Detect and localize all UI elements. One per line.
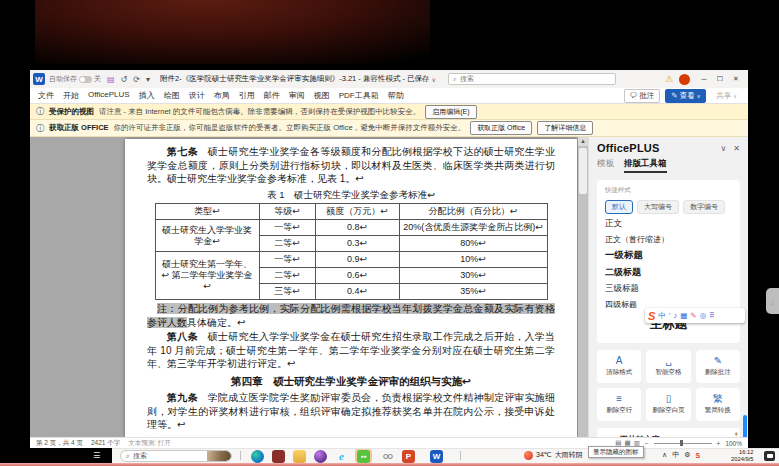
tab-home[interactable]: 开始: [63, 90, 79, 101]
pill-digit-numbering[interactable]: 数字编号: [683, 200, 725, 214]
tool-delete-blank-page[interactable]: ▯ 删除空白页: [646, 388, 690, 421]
delete-blank-page-icon: ▯: [666, 394, 672, 404]
learn-more-button[interactable]: 了解详细信息: [537, 121, 593, 135]
title-caret-icon[interactable]: ∨: [432, 76, 436, 83]
input-language-icon[interactable]: 中: [672, 450, 679, 460]
zoom-in-button[interactable]: +: [717, 440, 721, 447]
autosave-switch[interactable]: [79, 76, 92, 83]
ie-letter: e: [339, 450, 344, 462]
get-genuine-button[interactable]: 获取正版 Office: [470, 121, 532, 135]
pill-upper-numbering[interactable]: 大写编号: [637, 200, 679, 214]
undo-icon[interactable]: ↺: [121, 75, 128, 84]
style-body[interactable]: 正文: [605, 218, 732, 230]
file-explorer-icon[interactable]: [293, 450, 306, 463]
save-icon[interactable]: ▤: [107, 75, 115, 84]
wechat-icon[interactable]: ●●: [357, 450, 370, 463]
skin-brush-icon[interactable]: ✎: [690, 311, 696, 320]
share-button[interactable]: 共享 ∨: [711, 90, 742, 102]
tab-design[interactable]: 设计: [189, 90, 205, 101]
pane-tab-toolbox[interactable]: 排版工具箱: [624, 158, 667, 173]
autosave-toggle[interactable]: 自动保存 关: [49, 74, 101, 84]
qat-more-icon[interactable]: ▾: [146, 75, 150, 84]
settings-tray-icon[interactable]: ⚙: [684, 451, 690, 459]
minimize-button[interactable]: ─: [696, 72, 712, 86]
enable-editing-button[interactable]: 启用编辑(E): [425, 105, 476, 119]
gray-app-icon[interactable]: OO: [381, 450, 394, 463]
search-icon: ⌕: [453, 75, 457, 83]
style-heading3[interactable]: 三级标题: [605, 283, 732, 295]
powerpoint-icon[interactable]: P: [402, 450, 415, 463]
purple-app-icon[interactable]: [314, 450, 327, 463]
punctuation-icon[interactable]: ’: [669, 311, 671, 320]
word-count[interactable]: 2421 个字: [91, 439, 120, 448]
tab-view[interactable]: 视图: [314, 90, 330, 101]
notification-center-icon[interactable]: [764, 451, 775, 461]
comments-button[interactable]: 🗩 批注: [624, 89, 661, 103]
style-heading2[interactable]: 二级标题: [605, 266, 732, 279]
scrollbar-thumb[interactable]: [579, 148, 587, 194]
taskbar-clock[interactable]: 16:12 2024/9/5: [731, 449, 754, 462]
redo-icon[interactable]: ⟳: [133, 75, 140, 84]
tab-review[interactable]: 审阅: [289, 90, 305, 101]
pane-collapse-icon[interactable]: ∨: [720, 144, 726, 153]
internet-explorer-icon[interactable]: e: [335, 450, 348, 463]
zoom-out-button[interactable]: −: [645, 440, 649, 447]
ribbon-search-box[interactable]: ⌕ 搜索: [448, 73, 616, 85]
protected-view-label: 受保护的视图: [49, 107, 94, 117]
account-avatar[interactable]: [679, 74, 690, 85]
tool-smart-space[interactable]: ␣ 智能空格: [646, 350, 690, 383]
soft-keyboard-icon[interactable]: ▦: [680, 311, 687, 320]
page-indicator[interactable]: 第 2 页，共 4 页: [36, 439, 83, 448]
cell: 一等↩: [259, 220, 315, 236]
viewing-mode-button[interactable]: ✎ 查看 ∨: [665, 89, 706, 103]
smart-assist-icon[interactable]: ◎: [700, 311, 707, 320]
tab-references[interactable]: 引用: [239, 90, 255, 101]
widgets-icon[interactable]: ☰: [93, 451, 104, 460]
text-prediction[interactable]: 文本预测: 打开: [128, 439, 171, 448]
lang-mode-icon[interactable]: 中: [658, 311, 666, 321]
search-highlight-image[interactable]: [207, 451, 231, 461]
license-warning-icon[interactable]: ⚠: [665, 74, 673, 84]
sogou-tray-icon[interactable]: S: [695, 452, 700, 459]
word-taskbar-icon[interactable]: W: [430, 450, 443, 463]
style-heading1[interactable]: 一级标题: [605, 249, 732, 262]
pane-tab-templates[interactable]: 模板: [597, 158, 614, 173]
tool-delete-empty-lines[interactable]: ≡ 删除空行: [597, 388, 641, 421]
weather-widget[interactable]: 34℃ 大雨转阴: [524, 450, 583, 460]
toolbox-grid-icon[interactable]: ⠿: [709, 311, 715, 320]
tab-help[interactable]: 帮助: [388, 90, 404, 101]
tool-clear-format[interactable]: A 清除格式: [597, 350, 641, 383]
close-button[interactable]: ✕: [728, 72, 744, 86]
sogou-input-toolbar[interactable]: S 中 ’ ♪ ▦ ✎ ◎ ⠿: [645, 308, 745, 323]
scroll-up-icon[interactable]: ▲: [578, 137, 588, 146]
premium-gem-icon: ♦: [734, 430, 738, 437]
pill-default[interactable]: 默认: [605, 200, 633, 214]
zoom-slider-handle[interactable]: [680, 440, 683, 446]
cell: 20%(含优质生源奖学金所占比例)↩: [399, 220, 547, 236]
tab-layout[interactable]: 布局: [214, 90, 230, 101]
tool-convert-traditional[interactable]: 繁 繁简转换: [696, 388, 740, 421]
app-store-icon[interactable]: [272, 450, 285, 463]
sogou-logo-icon[interactable]: S: [648, 310, 655, 322]
maximize-button[interactable]: ☐: [712, 72, 728, 86]
document-scrollbar[interactable]: ▲: [578, 137, 588, 437]
tab-file[interactable]: 文件: [38, 90, 54, 101]
screen-edge-handle[interactable]: ⋮: [766, 288, 779, 314]
zoom-percentage[interactable]: 100%: [725, 440, 742, 447]
word-app-icon[interactable]: W: [33, 73, 45, 85]
tab-mailings[interactable]: 邮件: [264, 90, 280, 101]
tool-delete-comments[interactable]: ✎ 删除批注: [696, 350, 740, 383]
ocr-card[interactable]: ⇄ 图片转文字 一键快速识别图片中的文字并编辑 ♦: [597, 428, 740, 437]
taskbar-search-box[interactable]: ⌕ 搜索: [120, 450, 232, 462]
tab-officeplus[interactable]: OfficePLUS: [88, 90, 130, 101]
document-page[interactable]: 第七条 硕士研究生学业奖学金各等级额度和分配比例根据学校下达的硕士研究生学业奖学…: [125, 139, 577, 437]
show-hidden-icons-chevron[interactable]: ∧: [662, 451, 667, 459]
edge-browser-icon[interactable]: [251, 450, 264, 463]
zoom-slider[interactable]: [654, 443, 712, 444]
tab-insert[interactable]: 插入: [139, 90, 155, 101]
pane-close-icon[interactable]: ✕: [733, 144, 740, 153]
style-body-indent[interactable]: 正文（首行缩进）: [605, 234, 732, 245]
voice-input-icon[interactable]: ♪: [674, 311, 678, 320]
tab-pdf-tools[interactable]: PDF工具箱: [339, 90, 379, 101]
tab-draw[interactable]: 绘图: [164, 90, 180, 101]
